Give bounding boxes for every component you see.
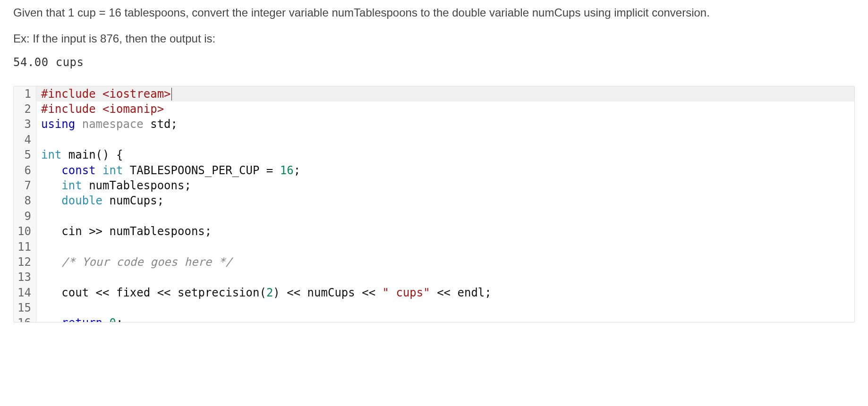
- line-number: 3: [14, 117, 36, 132]
- line-number: 7: [14, 178, 36, 193]
- code-editor[interactable]: 1#include <iostream>2#include <iomanip>3…: [13, 86, 855, 323]
- code-line[interactable]: 14 cout << fixed << setprecision(2) << n…: [14, 285, 854, 300]
- code-line[interactable]: 2#include <iomanip>: [14, 102, 854, 117]
- code-content[interactable]: double numCups;: [36, 193, 854, 208]
- code-content[interactable]: [36, 132, 854, 147]
- line-number: 13: [14, 270, 36, 285]
- code-line[interactable]: 13: [14, 270, 854, 285]
- code-line[interactable]: 3using namespace std;: [14, 117, 854, 132]
- code-content[interactable]: int numTablespoons;: [36, 178, 854, 193]
- code-content[interactable]: cin >> numTablespoons;: [36, 224, 854, 239]
- code-line[interactable]: 4: [14, 132, 854, 147]
- code-content[interactable]: #include <iostream>: [36, 86, 854, 102]
- line-number: 8: [14, 193, 36, 208]
- line-number: 5: [14, 147, 36, 162]
- code-content[interactable]: const int TABLESPOONS_PER_CUP = 16;: [36, 163, 854, 178]
- line-number: 4: [14, 132, 36, 147]
- line-number: 9: [14, 209, 36, 224]
- code-line[interactable]: 1#include <iostream>: [14, 86, 854, 102]
- code-line[interactable]: 9: [14, 209, 854, 224]
- code-content[interactable]: return 0;: [36, 315, 854, 322]
- code-content[interactable]: using namespace std;: [36, 117, 854, 132]
- example-output: 54.00 cups: [13, 56, 855, 69]
- code-content[interactable]: [36, 300, 854, 315]
- code-content[interactable]: /* Your code goes here */: [36, 254, 854, 270]
- code-line[interactable]: 12 /* Your code goes here */: [14, 254, 854, 270]
- code-content[interactable]: int main() {: [36, 147, 854, 162]
- code-line[interactable]: 15: [14, 300, 854, 315]
- line-number: 1: [14, 86, 36, 102]
- code-content[interactable]: [36, 239, 854, 254]
- problem-description: Given that 1 cup = 16 tablespoons, conve…: [13, 5, 855, 21]
- text-cursor: [171, 88, 172, 100]
- code-line[interactable]: 8 double numCups;: [14, 193, 854, 208]
- code-line[interactable]: 11: [14, 239, 854, 254]
- line-number: 6: [14, 163, 36, 178]
- code-line[interactable]: 10 cin >> numTablespoons;: [14, 224, 854, 239]
- line-number: 12: [14, 254, 36, 270]
- line-number: 15: [14, 300, 36, 315]
- line-number: 14: [14, 285, 36, 300]
- code-line[interactable]: 6 const int TABLESPOONS_PER_CUP = 16;: [14, 163, 854, 178]
- line-number: 16: [14, 315, 36, 322]
- code-content[interactable]: #include <iomanip>: [36, 102, 854, 117]
- line-number: 2: [14, 102, 36, 117]
- code-content[interactable]: [36, 209, 854, 224]
- example-label: Ex: If the input is 876, then the output…: [13, 31, 855, 47]
- code-content[interactable]: [36, 270, 854, 285]
- line-number: 11: [14, 239, 36, 254]
- code-line[interactable]: 16 return 0;: [14, 315, 854, 322]
- line-number: 10: [14, 224, 36, 239]
- code-line[interactable]: 7 int numTablespoons;: [14, 178, 854, 193]
- code-line[interactable]: 5int main() {: [14, 147, 854, 162]
- code-content[interactable]: cout << fixed << setprecision(2) << numC…: [36, 285, 854, 300]
